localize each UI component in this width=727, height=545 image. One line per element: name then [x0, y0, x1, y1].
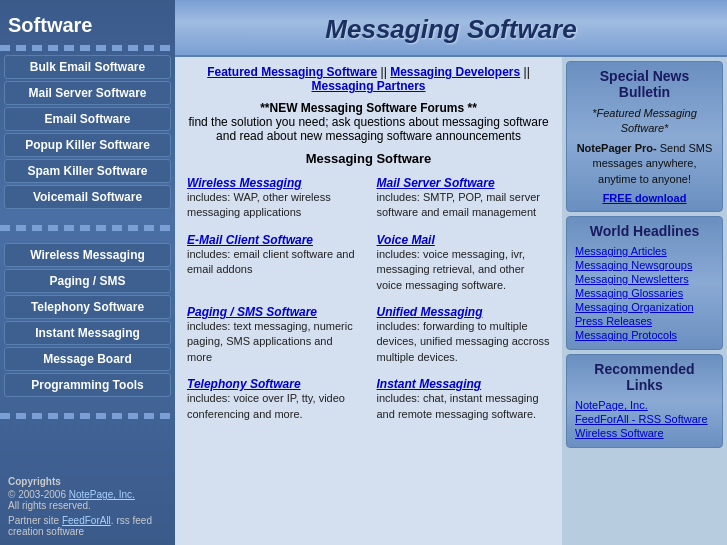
wireless-messaging-link[interactable]: Wireless Messaging: [187, 176, 361, 190]
right-sidebar: Special News Bulletin *Featured Messagin…: [562, 57, 727, 545]
grid-item-unified: Unified Messaging includes: forwarding t…: [377, 305, 551, 365]
instant-messaging-desc: includes: chat, instant messaging and re…: [377, 391, 551, 422]
sidebar-divider-1: [0, 45, 175, 51]
main-content: Messaging Software Featured Messaging So…: [175, 0, 727, 545]
sidebar-item-mail-server[interactable]: Mail Server Software: [4, 81, 171, 105]
recommended-links-title: Recommended Links: [575, 361, 714, 393]
unified-messaging-link[interactable]: Unified Messaging: [377, 305, 551, 319]
forum-notice: **NEW Messaging Software Forums ** find …: [187, 101, 550, 143]
instant-messaging-link[interactable]: Instant Messaging: [377, 377, 551, 391]
free-download-link[interactable]: FREE download: [575, 191, 714, 205]
messaging-developers-link[interactable]: Messaging Developers: [390, 65, 520, 79]
grid-item-instant: Instant Messaging includes: chat, instan…: [377, 377, 551, 422]
grid-item-telephony: Telephony Software includes: voice over …: [187, 377, 361, 422]
grid-item-mail-server: Mail Server Software includes: SMTP, POP…: [377, 176, 551, 221]
email-client-desc: includes: email client software and emai…: [187, 247, 361, 278]
messaging-software-title: Messaging Software: [187, 151, 550, 166]
feedforall-sidebar-link[interactable]: FeedForAll: [62, 515, 111, 526]
main-body: Featured Messaging Software || Messaging…: [175, 57, 727, 545]
notepager-desc: NotePager Pro- Send SMS messages anywher…: [575, 141, 714, 187]
grid-item-wireless: Wireless Messaging includes: WAP, other …: [187, 176, 361, 221]
forum-desc: find the solution you need; ask question…: [187, 115, 550, 143]
sidebar-item-instant-msg[interactable]: Instant Messaging: [4, 321, 171, 345]
messaging-newsletters-link[interactable]: Messaging Newsletters: [575, 273, 714, 285]
sidebar-item-email-software[interactable]: Email Software: [4, 107, 171, 131]
sidebar-section-software: Software Bulk Email Software Mail Server…: [0, 0, 175, 221]
telephony-desc: includes: voice over IP, tty, video conf…: [187, 391, 361, 422]
copyright-rights: All rights reserved.: [8, 500, 167, 511]
notepager-label: NotePager Pro-: [577, 142, 657, 154]
messaging-articles-link[interactable]: Messaging Articles: [575, 245, 714, 257]
grid-item-voice-mail: Voice Mail includes: voice messaging, iv…: [377, 233, 551, 293]
sidebar-item-programming-tools[interactable]: Programming Tools: [4, 373, 171, 397]
messaging-newsgroups-link[interactable]: Messaging Newsgroups: [575, 259, 714, 271]
feedforall-rss-link[interactable]: FeedForAll - RSS Software: [575, 413, 714, 425]
messaging-grid: Wireless Messaging includes: WAP, other …: [187, 176, 550, 426]
copyright-partner: Partner site FeedForAll. rss feed creati…: [8, 515, 167, 537]
wireless-software-link[interactable]: Wireless Software: [575, 427, 714, 439]
left-sidebar: Software Bulk Email Software Mail Server…: [0, 0, 175, 545]
forum-title: **NEW Messaging Software Forums **: [260, 101, 477, 115]
sidebar-item-spam-killer[interactable]: Spam Killer Software: [4, 159, 171, 183]
sidebar-item-message-board[interactable]: Message Board: [4, 347, 171, 371]
paging-sms-link[interactable]: Paging / SMS Software: [187, 305, 361, 319]
sidebar-section-title: Software: [0, 6, 175, 41]
sidebar-divider-3: [0, 413, 175, 419]
featured-messaging-text: *Featured Messaging Software*: [575, 106, 714, 137]
world-headlines-title: World Headlines: [575, 223, 714, 239]
sidebar-item-wireless[interactable]: Wireless Messaging: [4, 243, 171, 267]
sidebar-item-bulk-email[interactable]: Bulk Email Software: [4, 55, 171, 79]
unified-messaging-desc: includes: forwarding to multiple devices…: [377, 319, 551, 365]
messaging-organization-link[interactable]: Messaging Organization: [575, 301, 714, 313]
center-content: Featured Messaging Software || Messaging…: [175, 57, 562, 545]
page-title: Messaging Software: [185, 14, 717, 45]
wireless-messaging-desc: includes: WAP, other wireless messaging …: [187, 190, 361, 221]
voice-mail-desc: includes: voice messaging, ivr, messagin…: [377, 247, 551, 293]
notepage-inc-link[interactable]: NotePage, Inc.: [575, 399, 714, 411]
voice-mail-link[interactable]: Voice Mail: [377, 233, 551, 247]
paging-sms-desc: includes: text messaging, numeric paging…: [187, 319, 361, 365]
notepage-link[interactable]: NotePage, Inc.: [69, 489, 135, 500]
featured-links: Featured Messaging Software || Messaging…: [187, 65, 550, 93]
sidebar-item-voicemail[interactable]: Voicemail Software: [4, 185, 171, 209]
special-news-panel: Special News Bulletin *Featured Messagin…: [566, 61, 723, 212]
recommended-links: NotePage, Inc. FeedForAll - RSS Software…: [575, 399, 714, 439]
recommended-links-panel: Recommended Links NotePage, Inc. FeedFor…: [566, 354, 723, 448]
sidebar-section-messaging: Wireless Messaging Paging / SMS Telephon…: [0, 235, 175, 409]
sidebar-divider-2: [0, 225, 175, 231]
featured-messaging-link[interactable]: Featured Messaging Software: [207, 65, 377, 79]
sidebar-item-telephony[interactable]: Telephony Software: [4, 295, 171, 319]
sidebar-item-paging-sms[interactable]: Paging / SMS: [4, 269, 171, 293]
telephony-link[interactable]: Telephony Software: [187, 377, 361, 391]
special-news-title: Special News Bulletin: [575, 68, 714, 100]
copyright-title: Copyrights: [8, 476, 167, 487]
email-client-link[interactable]: E-Mail Client Software: [187, 233, 361, 247]
page-header: Messaging Software: [175, 0, 727, 57]
grid-item-email-client: E-Mail Client Software includes: email c…: [187, 233, 361, 293]
sidebar-copyrights: Copyrights © 2003-2006 NotePage, Inc. Al…: [0, 468, 175, 545]
press-releases-link[interactable]: Press Releases: [575, 315, 714, 327]
messaging-glossaries-link[interactable]: Messaging Glossaries: [575, 287, 714, 299]
free-download-anchor[interactable]: FREE download: [603, 192, 687, 204]
mail-server-desc: includes: SMTP, POP, mail server softwar…: [377, 190, 551, 221]
mail-server-link[interactable]: Mail Server Software: [377, 176, 551, 190]
messaging-partners-link[interactable]: Messaging Partners: [311, 79, 425, 93]
world-headlines-panel: World Headlines Messaging Articles Messa…: [566, 216, 723, 350]
copyright-year: © 2003-2006 NotePage, Inc.: [8, 489, 167, 500]
messaging-protocols-link[interactable]: Messaging Protocols: [575, 329, 714, 341]
grid-item-paging: Paging / SMS Software includes: text mes…: [187, 305, 361, 365]
sidebar-item-popup-killer[interactable]: Popup Killer Software: [4, 133, 171, 157]
world-headlines-links: Messaging Articles Messaging Newsgroups …: [575, 245, 714, 341]
